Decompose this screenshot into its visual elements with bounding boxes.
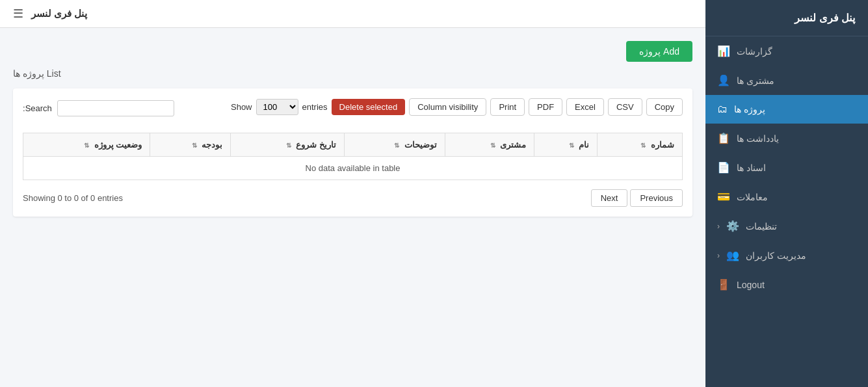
no-data-row: No data available in table xyxy=(23,157,683,180)
table-card: Show 100 25 50 entries Delete selected C… xyxy=(13,88,692,217)
sidebar-item-settings[interactable]: تنظیمات ⚙️ ‹ xyxy=(705,211,868,241)
pagination-buttons: Next Previous xyxy=(591,189,683,207)
next-button[interactable]: Next xyxy=(591,189,628,207)
sidebar-item-documents[interactable]: اسناد ها 📄 xyxy=(705,153,868,182)
sidebar-item-user-management[interactable]: مدیریت کاربران 👥 ‹ xyxy=(705,241,868,270)
copy-button[interactable]: Copy xyxy=(646,98,683,116)
customers-icon: 👤 xyxy=(717,74,730,87)
col-customer[interactable]: مشتری ⇅ xyxy=(445,133,534,157)
settings-icon: ⚙️ xyxy=(726,220,739,232)
pagination-row: Showing 0 to 0 of 0 entries Next Previou… xyxy=(23,189,683,207)
sidebar-item-customers[interactable]: مشتری ها 👤 xyxy=(705,66,868,95)
topbar-title: پنل فری لنسر xyxy=(31,8,87,20)
sort-icon-description: ⇅ xyxy=(394,142,399,149)
sort-icon-name: ⇅ xyxy=(569,142,574,149)
sidebar-item-logout[interactable]: Logout 🚪 xyxy=(705,270,868,299)
toolbar-row: Show 100 25 50 entries Delete selected C… xyxy=(231,98,683,116)
show-label: Show xyxy=(231,102,252,112)
sort-icon-status: ⇅ xyxy=(84,142,89,149)
col-number[interactable]: شماره ⇅ xyxy=(598,133,683,157)
sidebar-item-label: اسناد ها xyxy=(737,163,766,173)
column-visibility-button[interactable]: Column visibility xyxy=(409,98,486,116)
print-button[interactable]: Print xyxy=(490,98,525,116)
main-area: پنل فری لنسر ☰ Add پروژه پروژه ها List S… xyxy=(0,0,705,387)
chevron-left-icon: ‹ xyxy=(717,222,720,231)
chevron-left-icon-2: ‹ xyxy=(717,251,720,260)
breadcrumb: پروژه ها List xyxy=(13,68,692,79)
previous-button[interactable]: Previous xyxy=(630,189,683,207)
showing-text: Showing 0 to 0 of 0 entries xyxy=(23,193,123,203)
content-area: Add پروژه پروژه ها List Show 100 25 50 e… xyxy=(0,28,705,387)
sort-icon-customer: ⇅ xyxy=(490,142,495,149)
sidebar-item-label: مشتری ها xyxy=(737,75,774,86)
user-management-icon: 👥 xyxy=(726,249,739,261)
col-start-date[interactable]: تاریخ شروع ⇅ xyxy=(231,133,345,157)
sidebar-item-label: مدیریت کاربران xyxy=(746,250,806,261)
documents-icon: 📄 xyxy=(717,161,730,174)
action-row: Add پروژه xyxy=(13,41,692,62)
sidebar-item-label: Logout xyxy=(737,280,765,290)
delete-selected-button[interactable]: Delete selected xyxy=(332,99,406,115)
reports-icon: 📊 xyxy=(717,45,730,57)
sidebar-item-label: یادداشت ها xyxy=(737,133,779,144)
no-data-cell: No data available in table xyxy=(23,157,683,180)
sidebar-item-reports[interactable]: گزارشات 📊 xyxy=(705,36,868,66)
excel-button[interactable]: Excel xyxy=(566,98,604,116)
sort-icon-budget: ⇅ xyxy=(192,142,197,149)
sidebar-item-transactions[interactable]: معاملات 💳 xyxy=(705,182,868,211)
logout-icon: 🚪 xyxy=(717,278,730,291)
col-status[interactable]: وضعیت پروژه ⇅ xyxy=(23,133,150,157)
data-table: شماره ⇅ نام ⇅ مشتری ⇅ توضیحات xyxy=(23,133,683,180)
col-description[interactable]: توضیحات ⇅ xyxy=(344,133,445,157)
entries-select[interactable]: 100 25 50 xyxy=(256,99,298,115)
sort-icon-start-date: ⇅ xyxy=(286,142,291,149)
sort-icon-number: ⇅ xyxy=(640,142,646,149)
sidebar-item-projects[interactable]: پروژه ها 🗂 xyxy=(705,95,868,124)
projects-icon: 🗂 xyxy=(717,103,728,115)
sidebar: پنل فری لنسر گزارشات 📊 مشتری ها 👤 پروژه … xyxy=(705,0,868,387)
col-budget[interactable]: بودجه ⇅ xyxy=(150,133,231,157)
notes-icon: 📋 xyxy=(717,132,730,144)
sidebar-title: پنل فری لنسر xyxy=(705,0,868,36)
search-row: Search: xyxy=(23,100,174,116)
sidebar-item-label: پروژه ها xyxy=(734,104,765,114)
sidebar-item-label: گزارشات xyxy=(737,46,772,57)
entries-label: entries xyxy=(302,102,328,112)
table-header-row: شماره ⇅ نام ⇅ مشتری ⇅ توضیحات xyxy=(23,133,683,157)
add-project-button[interactable]: Add پروژه xyxy=(626,41,692,62)
transactions-icon: 💳 xyxy=(717,191,730,203)
pdf-button[interactable]: PDF xyxy=(529,98,562,116)
table-header: شماره ⇅ نام ⇅ مشتری ⇅ توضیحات xyxy=(23,133,683,157)
topbar: پنل فری لنسر ☰ xyxy=(0,0,705,28)
table-body: No data available in table xyxy=(23,157,683,180)
sidebar-item-notes[interactable]: یادداشت ها 📋 xyxy=(705,124,868,153)
col-name[interactable]: نام ⇅ xyxy=(534,133,598,157)
sidebar-item-label: معاملات xyxy=(737,192,768,202)
csv-button[interactable]: CSV xyxy=(608,98,642,116)
menu-icon[interactable]: ☰ xyxy=(13,7,23,21)
sidebar-item-label: تنظیمات xyxy=(746,221,777,232)
search-input[interactable] xyxy=(57,100,174,116)
search-label: Search: xyxy=(23,103,52,113)
